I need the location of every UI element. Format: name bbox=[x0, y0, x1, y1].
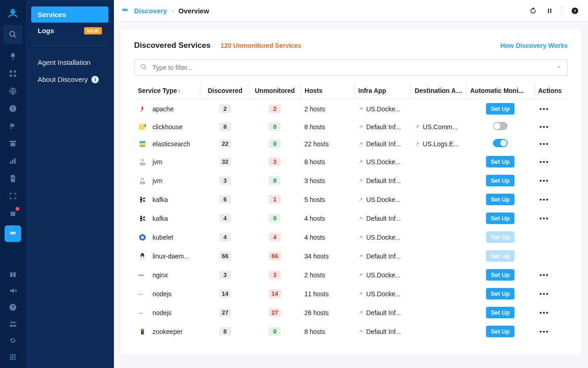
service-cell[interactable]: clickhouse bbox=[138, 122, 198, 132]
service-cell[interactable]: NGINXnginx bbox=[138, 270, 198, 280]
infra-app-link[interactable]: Default Inf... bbox=[358, 123, 407, 131]
service-cell[interactable]: kubelet bbox=[138, 233, 198, 242]
setup-button[interactable]: Set Up bbox=[486, 175, 514, 186]
rail-archive-icon[interactable] bbox=[7, 138, 18, 149]
service-cell[interactable]: nodenodejs bbox=[138, 289, 198, 299]
hosts-cell[interactable]: 11 hosts bbox=[301, 284, 355, 303]
hosts-cell[interactable]: 34 hosts bbox=[301, 247, 355, 265]
hosts-cell[interactable]: 8 hosts bbox=[301, 322, 355, 341]
th-hosts[interactable]: Hosts bbox=[301, 82, 355, 99]
actions-menu-icon[interactable] bbox=[538, 106, 564, 112]
rail-robot-icon[interactable] bbox=[7, 208, 18, 219]
service-cell[interactable]: kafka bbox=[138, 214, 198, 223]
actions-menu-icon[interactable] bbox=[538, 159, 564, 165]
service-cell[interactable]: linux-daem... bbox=[138, 252, 198, 261]
rail-alert-icon[interactable] bbox=[7, 103, 18, 114]
th-discovered[interactable]: Discovered bbox=[201, 82, 249, 99]
setup-button[interactable]: Set Up bbox=[486, 307, 514, 318]
rail-document-icon[interactable] bbox=[7, 173, 18, 184]
infra-app-link[interactable]: Default Inf... bbox=[358, 177, 407, 184]
rail-help-icon[interactable]: ? bbox=[7, 302, 18, 313]
service-cell[interactable]: nodenodejs bbox=[138, 308, 198, 317]
rail-flag-icon[interactable] bbox=[7, 121, 18, 132]
setup-button[interactable]: Set Up bbox=[486, 269, 514, 281]
service-cell[interactable]: apache bbox=[138, 104, 198, 114]
rail-globe-icon[interactable] bbox=[7, 86, 18, 97]
hosts-cell[interactable]: 2 hosts bbox=[301, 265, 355, 284]
unmonitored-count[interactable]: 120 Unmonitored Services bbox=[220, 42, 301, 49]
help-icon[interactable]: ? bbox=[571, 6, 579, 15]
pause-icon[interactable] bbox=[545, 6, 554, 15]
hosts-cell[interactable]: 3 hosts bbox=[301, 171, 355, 190]
auto-monitor-toggle[interactable] bbox=[493, 139, 508, 147]
sidebar-link-about-discovery[interactable]: About Discovery i bbox=[31, 71, 108, 88]
infra-app-link[interactable]: Default Inf... bbox=[358, 253, 407, 260]
rail-rocket-icon[interactable] bbox=[7, 51, 18, 62]
setup-button[interactable]: Set Up bbox=[486, 213, 514, 224]
service-cell[interactable]: zookeeper bbox=[138, 327, 198, 336]
destination-app-link[interactable]: US.Comm... bbox=[414, 123, 463, 131]
infra-app-link[interactable]: Default Inf... bbox=[358, 328, 407, 335]
hosts-cell[interactable]: 4 hosts bbox=[301, 209, 355, 228]
rail-gear-icon[interactable] bbox=[7, 335, 18, 346]
actions-menu-icon[interactable] bbox=[538, 124, 564, 130]
infra-app-link[interactable]: US.Docke... bbox=[358, 271, 407, 279]
actions-menu-icon[interactable] bbox=[538, 329, 564, 334]
service-cell[interactable]: elasticsearch bbox=[138, 139, 198, 149]
th-service-type[interactable]: Service Type↑ bbox=[134, 82, 201, 99]
infra-app-link[interactable]: US.Docke... bbox=[358, 290, 407, 298]
infra-app-link[interactable]: US.Docke... bbox=[358, 234, 407, 241]
hosts-cell[interactable]: 8 hosts bbox=[301, 152, 355, 171]
rail-gift-icon[interactable] bbox=[7, 269, 18, 280]
th-destination-app[interactable]: Destination App bbox=[411, 82, 466, 99]
sidebar-link-agent-installation[interactable]: Agent Installation bbox=[31, 54, 108, 71]
how-discovery-works-link[interactable]: How Discovery Works bbox=[500, 42, 568, 49]
infra-app-link[interactable]: US.Docke... bbox=[358, 158, 407, 166]
th-automatic-monitoring[interactable]: Automatic Moni... bbox=[466, 82, 534, 99]
infra-app-link[interactable]: Default Inf... bbox=[358, 215, 407, 222]
setup-button[interactable]: Set Up bbox=[486, 156, 514, 167]
destination-app-link[interactable]: US.Logs.E... bbox=[414, 140, 463, 148]
infra-app-link[interactable]: US.Docke... bbox=[358, 196, 407, 203]
rail-expand-icon[interactable] bbox=[7, 190, 18, 201]
th-infra-app[interactable]: Infra App bbox=[354, 82, 411, 99]
setup-button[interactable]: Set Up bbox=[486, 326, 514, 337]
rail-chart-icon[interactable] bbox=[7, 155, 18, 167]
hosts-cell[interactable]: 22 hosts bbox=[301, 135, 355, 152]
infra-app-link[interactable]: Default Inf... bbox=[358, 140, 407, 148]
filter-input-box[interactable] bbox=[134, 59, 568, 76]
service-cell[interactable]: jvm bbox=[138, 176, 198, 185]
actions-menu-icon[interactable] bbox=[538, 272, 564, 278]
infra-app-link[interactable]: US.Docke... bbox=[358, 105, 407, 113]
rail-people-icon[interactable] bbox=[7, 318, 18, 329]
auto-monitor-toggle[interactable] bbox=[493, 122, 508, 130]
hosts-cell[interactable]: 5 hosts bbox=[301, 190, 355, 209]
filter-input[interactable] bbox=[153, 64, 551, 71]
infra-app-link[interactable]: Default Inf... bbox=[358, 309, 407, 316]
rail-discovery-icon[interactable] bbox=[5, 225, 21, 242]
breadcrumb-section[interactable]: Discovery bbox=[134, 7, 167, 15]
hosts-cell[interactable]: 4 hosts bbox=[301, 228, 355, 247]
logo-icon[interactable] bbox=[4, 4, 22, 22]
chevron-down-icon[interactable] bbox=[556, 64, 562, 71]
th-unmonitored[interactable]: Unmonitored bbox=[249, 82, 301, 99]
service-cell[interactable]: jvm bbox=[138, 157, 198, 167]
setup-button[interactable]: Set Up bbox=[486, 194, 514, 205]
refresh-icon[interactable] bbox=[529, 6, 537, 15]
actions-menu-icon[interactable] bbox=[538, 197, 564, 202]
setup-button[interactable]: Set Up bbox=[486, 103, 514, 115]
actions-menu-icon[interactable] bbox=[538, 216, 564, 221]
rail-search-tile[interactable] bbox=[3, 25, 23, 44]
setup-button[interactable]: Set Up bbox=[486, 288, 514, 299]
rail-apps-icon[interactable] bbox=[7, 351, 18, 362]
actions-menu-icon[interactable] bbox=[538, 310, 564, 316]
sidebar-item-logs[interactable]: Logs NEW bbox=[31, 23, 108, 39]
rail-megaphone-icon[interactable] bbox=[7, 285, 18, 296]
hosts-cell[interactable]: 8 hosts bbox=[301, 118, 355, 135]
rail-grid-icon[interactable] bbox=[7, 68, 18, 79]
hosts-cell[interactable]: 26 hosts bbox=[301, 303, 355, 322]
hosts-cell[interactable]: 2 hosts bbox=[301, 99, 355, 119]
service-cell[interactable]: kafka bbox=[138, 195, 198, 204]
sidebar-item-services[interactable]: Services bbox=[31, 6, 108, 23]
actions-menu-icon[interactable] bbox=[538, 178, 564, 184]
